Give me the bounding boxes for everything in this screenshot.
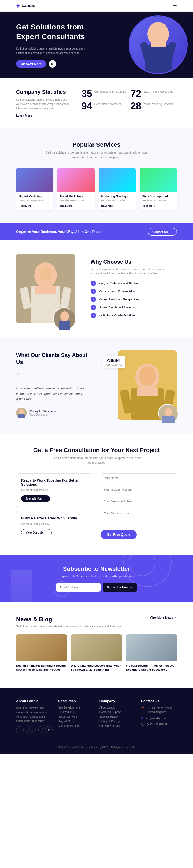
blog-title-2: 6 Visual Design Principles that UX Desig… xyxy=(126,664,177,672)
svg-rect-16 xyxy=(59,320,70,330)
testimonial-author: Ricky L. Simpson Web Developer xyxy=(16,408,93,418)
service-body-0: Digital Marketing Get what next promise.… xyxy=(16,192,53,210)
email-icon: ✉ xyxy=(141,717,143,720)
clients-label: Clients Say Us xyxy=(106,363,122,366)
location-icon: 📍 xyxy=(141,706,145,710)
check-icon-2: ✓ xyxy=(91,297,96,302)
service-readmore-1[interactable]: Read More → xyxy=(60,205,92,207)
facebook-icon[interactable]: f xyxy=(16,726,24,734)
footer-company-3[interactable]: Setting & Privacy xyxy=(99,720,136,723)
footer-company-0[interactable]: About Landio xyxy=(99,706,136,709)
check-icon-0: ✓ xyxy=(91,281,96,286)
stats-description: Company Statistics Sed perspiciatis unde… xyxy=(16,89,73,117)
service-readmore-2[interactable]: Read More → xyxy=(101,205,133,207)
author-title: Web Developer xyxy=(30,413,56,416)
stats-section: Company Statistics Sed perspiciatis unde… xyxy=(0,78,193,128)
consult-card2-title: Build A Better Career With Landio xyxy=(21,516,87,520)
testimonials-right: 23684 Clients Say Us xyxy=(100,350,177,420)
stats-body: Sed perspiciatis unde omnis iste natus e… xyxy=(16,98,73,111)
blog-card-1[interactable]: A Life Changing Lesson That I Wish I'd K… xyxy=(71,634,122,675)
stats-heading: Company Statistics xyxy=(16,89,73,95)
author-info: Ricky L. Simpson Web Developer xyxy=(30,409,56,416)
footer-grid: About Landio Sed ut perspiciatis unde om… xyxy=(16,699,177,734)
blog-card-2[interactable]: 6 Visual Design Principles that UX Desig… xyxy=(126,634,177,675)
consultation-subtitle: Sed ut perspiciatis unde omnis iste natu… xyxy=(45,456,148,465)
footer-company-2[interactable]: Success History xyxy=(99,715,136,718)
footer-company-list: About Landio Contact & Support Success H… xyxy=(99,706,136,727)
linkedin-icon[interactable]: in xyxy=(35,726,43,734)
blog-image-0 xyxy=(16,634,67,661)
footer-resource-2[interactable]: Resources Help xyxy=(58,715,94,718)
why-small-image xyxy=(53,307,74,329)
newsletter-heading: Subscribe to Newsletter xyxy=(56,565,137,572)
email-input[interactable] xyxy=(100,485,177,494)
blog-section: News & Blog View More News → Sed ut pers… xyxy=(0,602,193,688)
consultation-heading: Get a Free Consultation for Your Next Pr… xyxy=(16,447,177,454)
contact-us-button[interactable]: Contact Us → xyxy=(148,228,177,236)
consultation-inner: Ready to Work Together For Better Soluti… xyxy=(16,473,177,541)
service-readmore-3[interactable]: Read More → xyxy=(142,205,174,207)
why-heading: Why Choose Us xyxy=(91,259,177,265)
footer-resource-0[interactable]: New Development xyxy=(58,706,94,709)
why-body: Sed ut perspiciatis unde omnis iste natu… xyxy=(91,267,177,276)
logo-icon: ◈ xyxy=(16,3,20,8)
svg-point-11 xyxy=(40,267,52,281)
discover-more-button[interactable]: Discover More xyxy=(16,60,46,67)
arrow-icon: → xyxy=(73,205,75,207)
blog-body-2: 6 Visual Design Principles that UX Desig… xyxy=(126,661,177,675)
view-more-link[interactable]: View More News → xyxy=(150,616,177,619)
service-readmore-0[interactable]: Read More → xyxy=(19,205,51,207)
footer-resources: Resources New Development Our Products R… xyxy=(58,699,94,734)
footer-company-4[interactable]: Company Activity xyxy=(99,724,136,727)
author-avatar-svg xyxy=(16,408,27,418)
menu-icon[interactable]: ☰ xyxy=(173,3,177,8)
why-item-0: ✓ Easy To Collaborate With User xyxy=(91,281,177,286)
arrow-icon: → xyxy=(32,205,34,207)
service-title-0: Digital Marketing xyxy=(19,194,51,198)
svg-point-22 xyxy=(139,366,156,385)
message-input[interactable] xyxy=(100,508,177,527)
footer-resource-4[interactable]: Customer Support xyxy=(58,724,94,727)
arrow-icon: → xyxy=(130,586,133,589)
check-icon-1: ✓ xyxy=(91,289,96,294)
author-avatar xyxy=(16,408,27,418)
footer-resource-1[interactable]: Our Products xyxy=(58,711,94,714)
contact-email-item: ✉ info@landio.com xyxy=(141,716,177,720)
subscribe-button[interactable]: Subscribe Now → xyxy=(103,583,137,592)
service-image-0 xyxy=(16,168,53,192)
footer-company-1[interactable]: Contact & Support xyxy=(99,711,136,714)
play-button[interactable]: ▶ xyxy=(49,60,56,67)
consult-card1-desc: Get what next promise. xyxy=(21,488,87,492)
hero-content: Get Solutions from Expert Consultants Se… xyxy=(16,22,177,67)
youtube-icon[interactable]: ▶ xyxy=(45,726,53,734)
service-desc-2: Get what next promise. xyxy=(101,199,133,202)
view-our-job-button[interactable]: View Our Job → xyxy=(21,529,52,536)
service-card-1: Email Marketing Get what next promise. R… xyxy=(57,168,95,210)
why-item-1: ✓ Manage Team & Users Flow xyxy=(91,289,177,294)
stat-number-2: 94 xyxy=(82,101,92,111)
name-input[interactable] xyxy=(100,473,177,483)
stats-learn-more-link[interactable]: Learn More → xyxy=(16,114,73,117)
service-image-1 xyxy=(57,168,95,192)
newsletter-email-input[interactable] xyxy=(56,583,100,592)
arrow-icon: → xyxy=(156,205,158,207)
svg-point-15 xyxy=(60,311,69,321)
why-item-2: ✓ Market Participant Perspective xyxy=(91,297,177,302)
blog-card-0[interactable]: Design Thinking: Building a Design Syste… xyxy=(16,634,67,675)
hero-body: Sed ut perspiciatis unde omnis iste natu… xyxy=(16,46,91,55)
logo[interactable]: ◈ Landio xyxy=(16,3,35,8)
footer-resource-3[interactable]: Blogs & Guides xyxy=(58,720,94,723)
testimonials-left: What Our Clients Say About Us " Quis aut… xyxy=(16,351,93,418)
why-content: Why Choose Us Sed ut perspiciatis unde o… xyxy=(91,259,177,318)
service-card-2: Marketing Strategy Get what next promise… xyxy=(99,168,136,210)
service-card-3: Web Development Get what next promise. R… xyxy=(140,168,177,210)
subject-input[interactable] xyxy=(100,497,177,506)
join-with-us-button[interactable]: Join With Us → xyxy=(21,495,50,502)
testimonials-heading: What Our Clients Say About Us xyxy=(16,351,93,366)
cta-banner: Organize Your Business, Your Way, All In… xyxy=(0,223,193,240)
service-desc-0: Get what next promise. xyxy=(19,199,51,202)
cta-banner-text: Organize Your Business, Your Way, All In… xyxy=(16,230,102,234)
twitter-icon[interactable]: t xyxy=(26,726,33,734)
blog-grid: Design Thinking: Building a Design Syste… xyxy=(16,634,177,675)
get-free-quote-button[interactable]: Get Free Quote xyxy=(100,530,137,539)
